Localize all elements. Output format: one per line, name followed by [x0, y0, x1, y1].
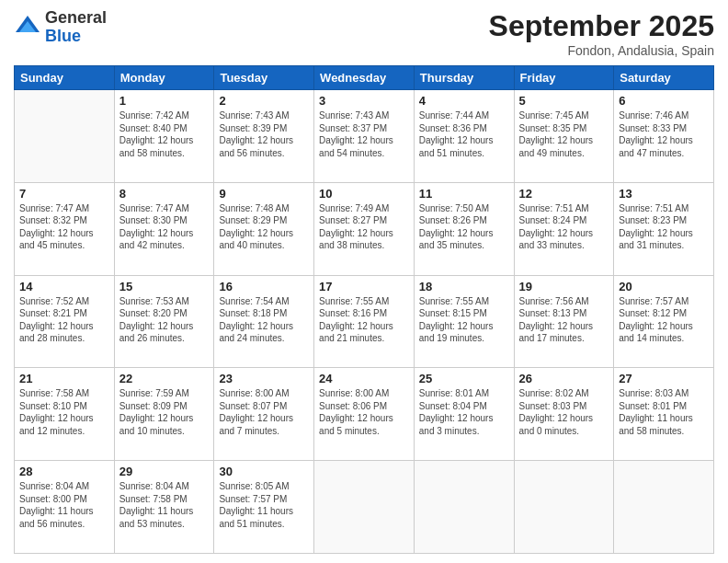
- calendar-cell: [414, 461, 514, 554]
- calendar-cell: 27Sunrise: 8:03 AM Sunset: 8:01 PM Dayli…: [614, 368, 714, 461]
- day-info: Sunrise: 7:54 AM Sunset: 8:18 PM Dayligh…: [219, 295, 309, 345]
- calendar-cell: 8Sunrise: 7:47 AM Sunset: 8:30 PM Daylig…: [114, 182, 214, 275]
- day-info: Sunrise: 7:47 AM Sunset: 8:32 PM Dayligh…: [19, 202, 109, 252]
- day-info: Sunrise: 7:51 AM Sunset: 8:24 PM Dayligh…: [519, 202, 609, 252]
- day-number: 25: [419, 372, 509, 385]
- calendar-cell: 29Sunrise: 8:04 AM Sunset: 7:58 PM Dayli…: [114, 461, 214, 554]
- day-info: Sunrise: 7:56 AM Sunset: 8:13 PM Dayligh…: [519, 295, 609, 345]
- day-number: 6: [619, 94, 709, 108]
- calendar-cell: 25Sunrise: 8:01 AM Sunset: 8:04 PM Dayli…: [414, 368, 514, 461]
- day-number: 10: [319, 187, 409, 201]
- day-number: 5: [519, 94, 609, 108]
- day-number: 18: [419, 280, 509, 293]
- day-info: Sunrise: 8:05 AM Sunset: 7:57 PM Dayligh…: [219, 480, 309, 530]
- day-number: 19: [519, 280, 609, 293]
- calendar-cell: 26Sunrise: 8:02 AM Sunset: 8:03 PM Dayli…: [514, 368, 614, 461]
- day-number: 12: [519, 187, 609, 201]
- calendar-cell: 20Sunrise: 7:57 AM Sunset: 8:12 PM Dayli…: [614, 275, 714, 368]
- day-info: Sunrise: 7:43 AM Sunset: 8:39 PM Dayligh…: [219, 109, 309, 159]
- day-number: 9: [219, 187, 309, 201]
- day-info: Sunrise: 8:04 AM Sunset: 7:58 PM Dayligh…: [119, 480, 210, 530]
- title-block: September 2025 Fondon, Andalusia, Spain: [489, 9, 714, 58]
- calendar-cell: [514, 461, 614, 554]
- calendar-cell: 2Sunrise: 7:43 AM Sunset: 8:39 PM Daylig…: [214, 90, 314, 183]
- calendar-cell: [15, 90, 115, 183]
- calendar-cell: 16Sunrise: 7:54 AM Sunset: 8:18 PM Dayli…: [214, 275, 314, 368]
- calendar-cell: 23Sunrise: 8:00 AM Sunset: 8:07 PM Dayli…: [214, 368, 314, 461]
- day-number: 21: [19, 372, 109, 385]
- day-number: 28: [19, 465, 109, 478]
- calendar-cell: 3Sunrise: 7:43 AM Sunset: 8:37 PM Daylig…: [314, 90, 415, 183]
- calendar-cell: 30Sunrise: 8:05 AM Sunset: 7:57 PM Dayli…: [214, 461, 314, 554]
- calendar-cell: 18Sunrise: 7:55 AM Sunset: 8:15 PM Dayli…: [414, 275, 514, 368]
- calendar-cell: 12Sunrise: 7:51 AM Sunset: 8:24 PM Dayli…: [514, 182, 614, 275]
- day-info: Sunrise: 8:04 AM Sunset: 8:00 PM Dayligh…: [19, 480, 109, 530]
- day-info: Sunrise: 8:00 AM Sunset: 8:06 PM Dayligh…: [319, 387, 409, 437]
- day-number: 8: [119, 187, 210, 201]
- day-number: 13: [619, 187, 709, 201]
- weekday-header-friday: Friday: [514, 66, 614, 90]
- weekday-header-wednesday: Wednesday: [314, 66, 415, 90]
- day-number: 16: [219, 280, 309, 293]
- day-number: 29: [119, 465, 210, 478]
- day-number: 15: [119, 280, 210, 293]
- day-number: 30: [219, 465, 309, 478]
- calendar-cell: 6Sunrise: 7:46 AM Sunset: 8:33 PM Daylig…: [614, 90, 714, 183]
- day-info: Sunrise: 7:43 AM Sunset: 8:37 PM Dayligh…: [319, 109, 409, 159]
- calendar-cell: 10Sunrise: 7:49 AM Sunset: 8:27 PM Dayli…: [314, 182, 415, 275]
- day-info: Sunrise: 7:59 AM Sunset: 8:09 PM Dayligh…: [119, 387, 210, 437]
- day-info: Sunrise: 7:52 AM Sunset: 8:21 PM Dayligh…: [19, 295, 109, 345]
- day-info: Sunrise: 8:00 AM Sunset: 8:07 PM Dayligh…: [219, 387, 309, 437]
- day-number: 3: [319, 94, 409, 108]
- day-number: 11: [419, 187, 509, 201]
- weekday-header-tuesday: Tuesday: [214, 66, 314, 90]
- weekday-header-saturday: Saturday: [614, 66, 714, 90]
- day-info: Sunrise: 7:57 AM Sunset: 8:12 PM Dayligh…: [619, 295, 709, 345]
- day-info: Sunrise: 7:50 AM Sunset: 8:26 PM Dayligh…: [419, 202, 509, 252]
- weekday-header-sunday: Sunday: [15, 66, 115, 90]
- day-info: Sunrise: 8:03 AM Sunset: 8:01 PM Dayligh…: [619, 387, 709, 437]
- month-title: September 2025: [489, 9, 714, 43]
- day-info: Sunrise: 7:42 AM Sunset: 8:40 PM Dayligh…: [119, 109, 210, 159]
- calendar-cell: 15Sunrise: 7:53 AM Sunset: 8:20 PM Dayli…: [114, 275, 214, 368]
- calendar-cell: 21Sunrise: 7:58 AM Sunset: 8:10 PM Dayli…: [15, 368, 115, 461]
- day-info: Sunrise: 7:44 AM Sunset: 8:36 PM Dayligh…: [419, 109, 509, 159]
- day-number: 26: [519, 372, 609, 385]
- day-number: 24: [319, 372, 409, 385]
- day-info: Sunrise: 7:48 AM Sunset: 8:29 PM Dayligh…: [219, 202, 309, 252]
- day-number: 1: [119, 94, 210, 108]
- day-number: 23: [219, 372, 309, 385]
- day-info: Sunrise: 8:01 AM Sunset: 8:04 PM Dayligh…: [419, 387, 509, 437]
- day-info: Sunrise: 7:58 AM Sunset: 8:10 PM Dayligh…: [19, 387, 109, 437]
- day-number: 2: [219, 94, 309, 108]
- day-info: Sunrise: 8:02 AM Sunset: 8:03 PM Dayligh…: [519, 387, 609, 437]
- calendar-cell: 1Sunrise: 7:42 AM Sunset: 8:40 PM Daylig…: [114, 90, 214, 183]
- weekday-header-monday: Monday: [114, 66, 214, 90]
- day-info: Sunrise: 7:53 AM Sunset: 8:20 PM Dayligh…: [119, 295, 210, 345]
- calendar-cell: 19Sunrise: 7:56 AM Sunset: 8:13 PM Dayli…: [514, 275, 614, 368]
- calendar-cell: 13Sunrise: 7:51 AM Sunset: 8:23 PM Dayli…: [614, 182, 714, 275]
- calendar-cell: [314, 461, 415, 554]
- calendar: SundayMondayTuesdayWednesdayThursdayFrid…: [14, 65, 714, 554]
- day-number: 17: [319, 280, 409, 293]
- calendar-cell: 24Sunrise: 8:00 AM Sunset: 8:06 PM Dayli…: [314, 368, 415, 461]
- day-info: Sunrise: 7:46 AM Sunset: 8:33 PM Dayligh…: [619, 109, 709, 159]
- calendar-cell: 17Sunrise: 7:55 AM Sunset: 8:16 PM Dayli…: [314, 275, 415, 368]
- day-number: 4: [419, 94, 509, 108]
- day-number: 27: [619, 372, 709, 385]
- calendar-cell: 28Sunrise: 8:04 AM Sunset: 8:00 PM Dayli…: [15, 461, 115, 554]
- day-info: Sunrise: 7:45 AM Sunset: 8:35 PM Dayligh…: [519, 109, 609, 159]
- logo-text: General Blue: [45, 9, 107, 46]
- calendar-cell: 4Sunrise: 7:44 AM Sunset: 8:36 PM Daylig…: [414, 90, 514, 183]
- calendar-cell: 11Sunrise: 7:50 AM Sunset: 8:26 PM Dayli…: [414, 182, 514, 275]
- day-info: Sunrise: 7:47 AM Sunset: 8:30 PM Dayligh…: [119, 202, 210, 252]
- day-number: 22: [119, 372, 210, 385]
- calendar-cell: 7Sunrise: 7:47 AM Sunset: 8:32 PM Daylig…: [15, 182, 115, 275]
- weekday-header-thursday: Thursday: [414, 66, 514, 90]
- day-info: Sunrise: 7:55 AM Sunset: 8:16 PM Dayligh…: [319, 295, 409, 345]
- calendar-cell: [614, 461, 714, 554]
- calendar-cell: 14Sunrise: 7:52 AM Sunset: 8:21 PM Dayli…: [15, 275, 115, 368]
- day-number: 14: [19, 280, 109, 293]
- location: Fondon, Andalusia, Spain: [489, 43, 714, 58]
- day-number: 20: [619, 280, 709, 293]
